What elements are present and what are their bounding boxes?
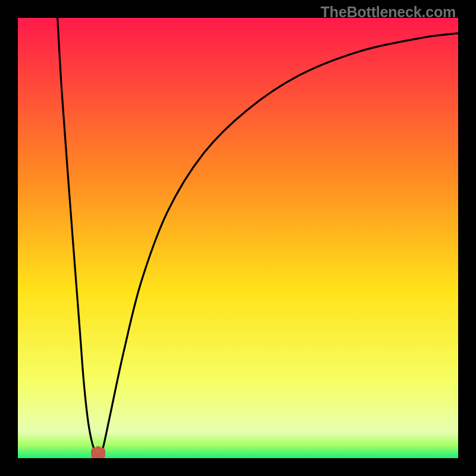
outer-frame: TheBottleneck.com — [0, 0, 476, 476]
optimal-point-marker — [91, 447, 105, 458]
plot-area — [18, 18, 458, 458]
bottleneck-chart — [18, 18, 458, 458]
